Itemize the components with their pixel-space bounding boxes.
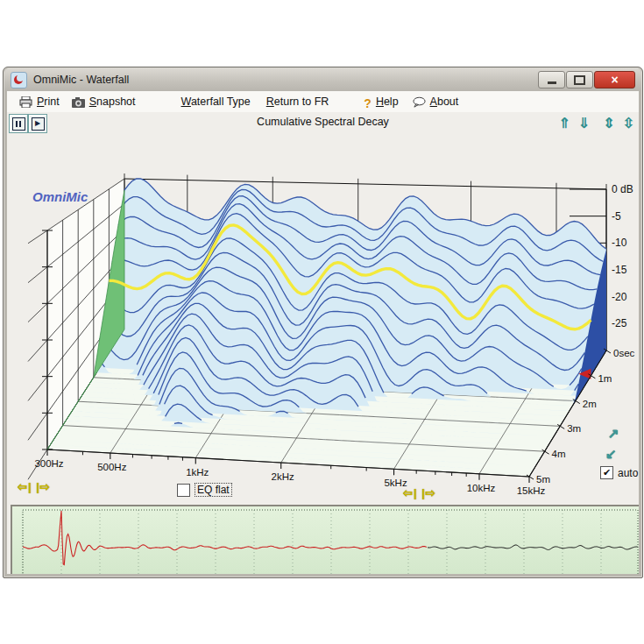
eq-flat-checkbox[interactable]: [177, 484, 190, 497]
menu-item-print[interactable]: Print: [19, 96, 60, 108]
svg-text:2m: 2m: [583, 399, 597, 409]
move-down-button[interactable]: ⇓: [578, 115, 590, 131]
auto-label: auto: [618, 467, 638, 479]
screenshot-page: { "window": { "title": "OmniMic - Waterf…: [0, 0, 644, 644]
help-icon: ?: [364, 96, 372, 108]
zoom-in-diagonal-button[interactable]: ↗: [608, 426, 619, 442]
return-to-fr-label: Return to FR: [266, 96, 329, 108]
move-up-button[interactable]: ⇑: [558, 115, 570, 131]
svg-text:3m: 3m: [567, 423, 581, 434]
svg-text:5m: 5m: [536, 474, 550, 485]
freq-scroll-left-group: ⇦| |⇨: [18, 480, 51, 493]
impulse-panel: [11, 505, 639, 574]
zoom-out-diagonal-button[interactable]: ↙: [605, 446, 617, 462]
menu-item-about[interactable]: About: [413, 96, 459, 108]
waterfall-type-label: Waterfall Type: [181, 96, 251, 108]
menu-item-snapshot[interactable]: Snapshot: [72, 96, 136, 108]
svg-text:300Hz: 300Hz: [34, 458, 63, 469]
auto-control: ✔ auto: [600, 466, 638, 479]
chart-title: Cumulative Spectral Decay: [7, 116, 639, 128]
freq-scroll-left-button-2[interactable]: ⇦|: [403, 486, 418, 499]
menubar: Print Snapshot Waterfall Type Return to …: [7, 91, 639, 113]
svg-text:-10: -10: [612, 237, 627, 249]
svg-text:-20: -20: [612, 291, 627, 303]
about-label: About: [430, 96, 459, 108]
svg-text:0 dB: 0 dB: [612, 183, 633, 195]
waterfall-chart: 0 dB-5-10-15-20-250sec1m2m3m4m5m300Hz500…: [9, 158, 639, 505]
svg-text:-15: -15: [612, 264, 627, 276]
menu-item-return-to-fr[interactable]: Return to FR: [266, 96, 329, 108]
close-button[interactable]: ×: [594, 71, 635, 88]
printer-icon: [19, 96, 32, 108]
eq-flat-label: EQ flat: [195, 483, 232, 497]
svg-text:1m: 1m: [598, 373, 612, 384]
svg-text:-25: -25: [612, 317, 627, 329]
speech-bubble-icon: [413, 96, 426, 108]
svg-text:1kHz: 1kHz: [186, 467, 209, 478]
svg-text:4m: 4m: [552, 449, 566, 459]
help-label: Help: [376, 96, 399, 108]
print-label: Print: [37, 96, 60, 108]
svg-text:15kHz: 15kHz: [517, 485, 546, 496]
app-window: OmniMic - Waterfall × Print Snapshot Wat…: [3, 67, 643, 578]
titlebar[interactable]: OmniMic - Waterfall ×: [4, 68, 641, 91]
eq-flat-control: EQ flat: [177, 483, 232, 497]
maximize-button[interactable]: [566, 71, 593, 88]
scale-buttons: ⇑ ⇓ ⇕ ⇳: [558, 115, 634, 131]
window-title: OmniMic - Waterfall: [33, 74, 129, 86]
menu-item-help[interactable]: ? Help: [364, 96, 398, 108]
svg-text:0sec: 0sec: [613, 348, 635, 358]
expand-scale-button[interactable]: ⇕: [603, 115, 614, 131]
camera-icon: [72, 96, 85, 108]
fit-scale-button[interactable]: ⇳: [623, 115, 634, 131]
snapshot-label: Snapshot: [89, 96, 136, 108]
auto-checkbox[interactable]: ✔: [600, 466, 613, 479]
freq-scroll-right-button[interactable]: |⇨: [36, 480, 51, 493]
minimize-icon: [548, 81, 556, 84]
svg-text:2kHz: 2kHz: [272, 471, 294, 482]
freq-scroll-left-button[interactable]: ⇦|: [18, 480, 32, 493]
svg-text:500Hz: 500Hz: [97, 462, 126, 472]
freq-scroll-right-button-2[interactable]: |⇨: [421, 486, 436, 499]
maximize-icon: [574, 75, 585, 85]
window-controls: ×: [538, 71, 635, 88]
minimize-button[interactable]: [538, 71, 565, 88]
omnimic-logo-icon: [11, 72, 27, 88]
freq-scroll-mid-group: ⇦| |⇨: [403, 486, 436, 499]
client-area: ▶ Cumulative Spectral Decay ⇑ ⇓ ⇕ ⇳ Omni…: [7, 112, 639, 574]
svg-text:-5: -5: [612, 210, 621, 223]
svg-text:10kHz: 10kHz: [467, 483, 496, 493]
menu-item-waterfall-type[interactable]: Waterfall Type: [181, 96, 251, 108]
impulse-chart: [12, 506, 639, 574]
